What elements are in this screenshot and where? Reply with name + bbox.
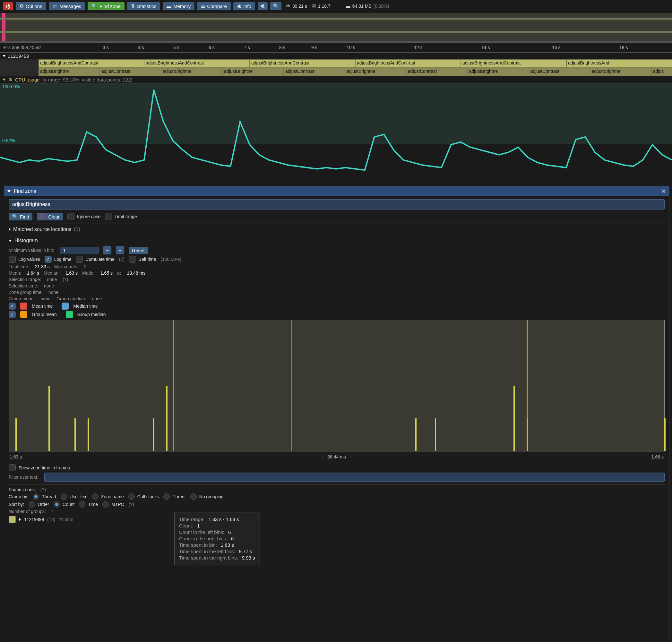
cumulate-check[interactable]: Cumulate time: [76, 256, 114, 263]
log-time-check[interactable]: Log time: [45, 256, 72, 263]
zone-gap: [0, 68, 38, 76]
median-label: Median:: [43, 270, 60, 275]
zone[interactable]: adjustContrast: [529, 68, 590, 76]
grp-mean-value: none: [41, 296, 51, 301]
gb-parent-radio[interactable]: Parent: [163, 493, 186, 500]
mean-time-label: Mean time: [32, 304, 53, 309]
zoom-button[interactable]: 🔍: [270, 2, 281, 10]
sb-mtpc-label: MTPC: [111, 502, 124, 507]
messages-button[interactable]: 🏷Messages: [49, 2, 85, 10]
zone[interactable]: adjustContrast: [406, 68, 468, 76]
collapse-icon[interactable]: [2, 55, 6, 57]
filter-input[interactable]: [44, 473, 664, 482]
gb-zone-radio[interactable]: Zone name: [92, 493, 124, 500]
zone[interactable]: adjustBrightnessAndContrast: [38, 59, 144, 68]
zone[interactable]: adjustBrightnessAnd: [567, 59, 672, 68]
hist-bar: [664, 419, 665, 451]
gb-user-radio[interactable]: User text: [61, 493, 88, 500]
thread-header[interactable]: 11219499: [0, 53, 672, 59]
sb-count-radio[interactable]: Count: [54, 501, 74, 508]
zone[interactable]: adjustBrightne: [161, 68, 223, 76]
find-button[interactable]: 🔍Find: [9, 213, 33, 220]
sort-icon: ⇅: [131, 3, 135, 9]
expand-icon[interactable]: [19, 518, 21, 521]
tt-cr-v: 6: [231, 536, 233, 541]
zone[interactable]: adjustBrightnessAndContrast: [461, 59, 567, 68]
expand-icon[interactable]: [9, 228, 11, 231]
zone[interactable]: adjus: [651, 68, 672, 76]
tools-button[interactable]: 🛠: [258, 2, 268, 10]
zone[interactable]: adjustContrast: [100, 68, 161, 76]
group-mean-check[interactable]: [9, 311, 16, 318]
options-button[interactable]: ⚙Options: [16, 2, 46, 10]
limit-range-check[interactable]: Limit range: [105, 213, 137, 220]
cpu-chart[interactable]: 100.00% 6.82%: [0, 83, 672, 144]
ruler-tick: 10 s: [346, 45, 355, 50]
zone[interactable]: adjustBrightne: [223, 68, 284, 76]
timeline-overview[interactable]: [0, 13, 672, 42]
sb-order-radio[interactable]: Order: [28, 501, 49, 508]
histogram-header[interactable]: Histogram: [9, 238, 664, 244]
sb-mtpc-radio[interactable]: MTPC: [102, 501, 124, 508]
sb-time-radio[interactable]: Time: [79, 501, 98, 508]
zone[interactable]: adjustBrightne: [590, 68, 651, 76]
sigma-value: 13.48 ms: [127, 270, 146, 275]
find-zone-button[interactable]: 🔍Find zone: [88, 2, 125, 10]
sel-range-label: Selection range:: [9, 277, 41, 282]
find-zone-window: Find zone ✕ 🔍Find 🚫Clear Ignore case Lim…: [4, 186, 670, 642]
hist-mid-value: 38.44 ms: [327, 454, 346, 460]
ignore-case-check[interactable]: Ignore case: [67, 213, 100, 220]
log-values-check[interactable]: Log values: [9, 256, 40, 263]
ruler-tick: 6 s: [208, 45, 215, 50]
gmedian-swatch: [66, 311, 73, 318]
zone-tracks[interactable]: adjustBrightnessAndContrast adjustBright…: [0, 59, 672, 76]
cpu-header[interactable]: ⊛ CPU usage (y-range: 93.18%, visible da…: [0, 76, 672, 83]
collapse-icon[interactable]: [9, 240, 12, 242]
zone[interactable]: adjustBrightne: [38, 68, 100, 76]
sel-time-label: Selection time:: [9, 283, 38, 288]
zone-grp-label: Zone group time:: [9, 290, 43, 295]
hist-mid: ← 38.44 ms →: [321, 454, 352, 460]
time-ruler[interactable]: +1s 358,058,205ns 3 s 4 s 5 s 6 s 7 s 8 …: [0, 43, 672, 52]
gb-call-label: Call stacks: [137, 494, 159, 499]
arrow-left-icon: ←: [321, 454, 326, 460]
zone[interactable]: adjustBrightne: [468, 68, 529, 76]
reset-button[interactable]: Reset: [129, 247, 148, 254]
zone[interactable]: adjustBrightnessAndContrast: [250, 59, 355, 68]
close-icon[interactable]: ✕: [661, 188, 666, 195]
zone[interactable]: adjustBrightne: [345, 68, 406, 76]
find-zone-titlebar[interactable]: Find zone ✕: [4, 187, 669, 196]
clear-button[interactable]: 🚫Clear: [37, 213, 63, 220]
gb-call-radio[interactable]: Call stacks: [128, 493, 159, 500]
self-time-check[interactable]: Self time: [129, 256, 156, 263]
zone[interactable]: adjustContrast: [284, 68, 345, 76]
gb-none-radio[interactable]: No grouping: [190, 493, 224, 500]
collapse-icon[interactable]: [2, 79, 6, 81]
statistics-button[interactable]: ⇅Statistics: [127, 2, 160, 10]
hist-bar: [49, 386, 50, 451]
tt-cl-v: 6: [228, 529, 231, 535]
collapse-icon[interactable]: [8, 190, 11, 193]
matched-locations-header[interactable]: Matched source locations (1): [9, 227, 664, 232]
ruler-tick: 9 s: [311, 45, 317, 50]
group-row[interactable]: 11219499 (13) 21.33 s: [9, 515, 664, 524]
zone[interactable]: adjustBrightnessAndContrast: [144, 59, 250, 68]
histogram-chart[interactable]: 1.63 s 1.66 s ← 38.44 ms →: [9, 320, 664, 451]
min-bin-plus[interactable]: +: [116, 246, 124, 254]
zone[interactable]: adjustBrightnessAndContrast: [355, 59, 461, 68]
mean-time-check[interactable]: [9, 303, 16, 310]
ratio-info: 🗄1:18.7: [312, 3, 331, 9]
mode-label: Mode:: [82, 270, 95, 275]
compare-button[interactable]: ⚖Compare: [197, 2, 231, 10]
min-bin-input[interactable]: 1: [60, 247, 99, 254]
memory-button[interactable]: ▬Memory: [163, 2, 194, 10]
search-input[interactable]: [9, 199, 664, 209]
search-icon: 🔍: [91, 3, 98, 9]
power-button[interactable]: ⏻: [3, 2, 13, 10]
search-icon: 🔍: [12, 214, 18, 219]
min-bin-minus[interactable]: −: [103, 246, 111, 254]
info-button[interactable]: ◉Info: [233, 2, 255, 10]
gb-thread-radio[interactable]: Thread: [33, 493, 56, 500]
mean-value: 1.64 s: [27, 270, 39, 275]
show-frames-check[interactable]: Show zone time in frames: [9, 464, 70, 471]
